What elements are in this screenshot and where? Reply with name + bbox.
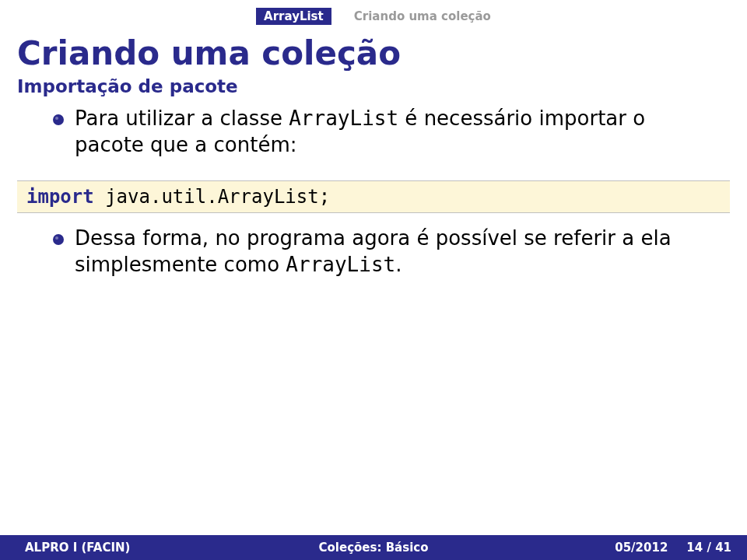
page-subtitle: Importação de pacote — [17, 76, 238, 96]
code-rest: java.util.ArrayList; — [94, 186, 330, 208]
code-keyword: import — [26, 186, 94, 208]
bullet-text: Para utilizar a classe ArrayList é neces… — [75, 106, 716, 159]
breadcrumb-subsection: Criando uma coleção — [354, 9, 491, 23]
footer-bar: ALPRO I (FACIN) Coleções: Básico 05/2012… — [0, 535, 747, 560]
page-title: Criando uma coleção — [17, 34, 401, 72]
bullet-text: Dessa forma, no programa agora é possíve… — [75, 226, 716, 278]
slide: ArrayList Criando uma coleção Criando um… — [0, 0, 747, 560]
text-run: . — [395, 253, 402, 276]
footer-center: Coleções: Básico — [0, 541, 747, 555]
inline-code: ArrayList — [286, 253, 395, 276]
breadcrumb-section: ArrayList — [256, 8, 331, 25]
body-block-2: Dessa forma, no programa agora é possíve… — [53, 226, 716, 285]
list-item: Dessa forma, no programa agora é possíve… — [53, 226, 716, 278]
inline-code: ArrayList — [289, 107, 398, 130]
list-item: Para utilizar a classe ArrayList é neces… — [53, 106, 716, 159]
bullet-icon — [53, 114, 64, 125]
breadcrumb: ArrayList Criando uma coleção — [0, 8, 747, 25]
code-block: import java.util.ArrayList; — [17, 180, 730, 213]
bullet-icon — [53, 234, 64, 245]
text-run: Para utilizar a classe — [75, 107, 289, 130]
body-block-1: Para utilizar a classe ArrayList é neces… — [53, 106, 716, 165]
